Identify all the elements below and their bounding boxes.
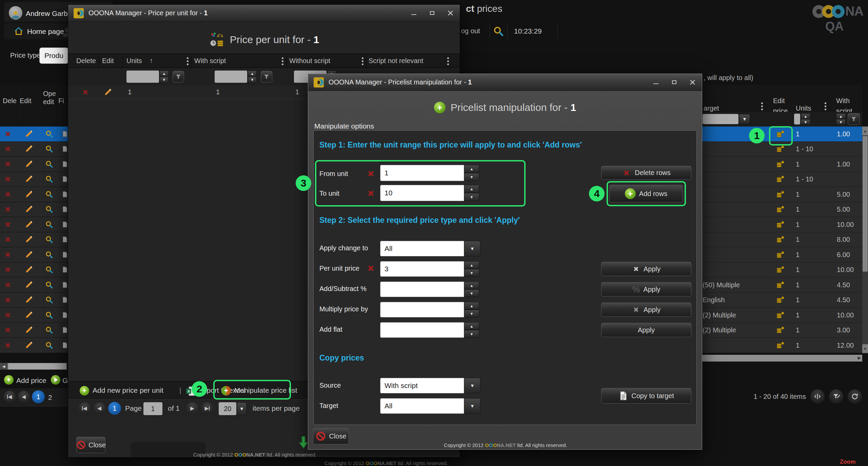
scroll-up-icon[interactable]: ▲ (862, 127, 868, 135)
edit-row-icon[interactable] (24, 265, 33, 274)
table-row[interactable]: 1 - 10 (698, 172, 862, 187)
table-row[interactable] (0, 247, 68, 263)
delete-row-icon[interactable] (81, 88, 90, 97)
units-filter-spinner[interactable]: ▲▼ (160, 71, 169, 83)
maximize-icon[interactable] (670, 78, 678, 86)
add-flat-spinner[interactable]: ▲▼ (464, 322, 479, 338)
edit-row-icon[interactable] (24, 311, 33, 319)
open-edit-icon[interactable] (45, 235, 54, 244)
delete-row-icon[interactable] (3, 235, 12, 244)
vertical-scrollbar[interactable]: ▲ ▼ (862, 127, 868, 353)
open-edit-icon[interactable] (45, 160, 54, 169)
minimize-icon[interactable] (652, 78, 660, 86)
file-icon[interactable] (61, 296, 68, 304)
close-button[interactable]: Close (76, 437, 105, 453)
per-unit-price-spinner[interactable]: ▲▼ (464, 261, 479, 277)
file-icon[interactable] (61, 251, 68, 259)
target-filter-dropdown-icon[interactable]: ▼ (739, 114, 750, 124)
column-menu-icon[interactable] (761, 102, 763, 104)
delete-row-icon[interactable] (3, 175, 12, 183)
column-header[interactable]: Fi (58, 97, 64, 105)
table-row[interactable]: (2) Multiple 1 10.00 (698, 308, 862, 323)
dialog-titlebar[interactable]: OOONA Manager - Pricelist manipulation f… (308, 74, 702, 91)
file-icon[interactable] (61, 130, 68, 138)
edit-price-icon[interactable] (776, 280, 785, 290)
column-header-script-not-relevant[interactable]: Script not relevant (369, 57, 423, 65)
first-page-button[interactable]: ◀ (78, 402, 91, 414)
horizontal-scrollbar[interactable]: ◀ (0, 363, 67, 370)
delete-row-icon[interactable] (3, 295, 12, 304)
file-icon[interactable] (61, 235, 68, 244)
open-edit-icon[interactable] (45, 265, 54, 274)
copy-to-target-button[interactable]: Copy to target (601, 388, 691, 404)
column-header[interactable]: Ope edit (43, 90, 57, 106)
refresh-button[interactable] (848, 389, 862, 404)
column-menu-icon[interactable] (282, 57, 283, 59)
table-row[interactable]: 1 5.00 (698, 187, 862, 202)
page-2-link[interactable]: 2 (48, 393, 52, 402)
column-header-edit[interactable]: Edit (102, 57, 114, 65)
table-row[interactable] (0, 338, 68, 353)
horizontal-scrollbar[interactable]: ▶ (699, 355, 862, 362)
open-edit-icon[interactable] (45, 205, 54, 214)
delete-row-icon[interactable] (3, 311, 12, 319)
scroll-left-icon[interactable]: ◀ (0, 363, 7, 370)
edit-price-icon[interactable] (776, 159, 785, 169)
open-edit-icon[interactable] (45, 311, 54, 319)
column-header[interactable]: Edit (20, 97, 31, 105)
column-menu-icon[interactable] (187, 57, 189, 59)
edit-row-icon[interactable] (24, 280, 33, 289)
column-menu-icon[interactable] (362, 57, 363, 59)
dropdown-icon[interactable]: ▼ (464, 378, 480, 393)
open-edit-icon[interactable] (45, 144, 54, 153)
delete-row-icon[interactable] (3, 250, 12, 259)
with-script-filter-icon[interactable] (848, 113, 860, 125)
search-icon[interactable] (492, 25, 505, 37)
multiply-price-spinner[interactable]: ▲▼ (464, 302, 479, 317)
page-size-value[interactable]: 20 (219, 402, 236, 415)
table-row[interactable]: 1 1.00 (698, 157, 862, 172)
column-header-without-script[interactable]: Without script (289, 57, 330, 65)
edit-row-icon[interactable] (24, 220, 33, 229)
dropdown-icon[interactable]: ▼ (464, 398, 480, 414)
column-header-units[interactable]: Units (126, 57, 142, 65)
sidebar-item-home[interactable]: Home page (27, 27, 64, 36)
delete-rows-button[interactable]: Delete rows (601, 166, 691, 180)
open-edit-icon[interactable] (45, 190, 54, 199)
apply-multiply-button[interactable]: Apply (601, 303, 691, 317)
open-edit-icon[interactable] (45, 250, 54, 259)
maximize-icon[interactable] (428, 9, 436, 17)
delete-row-icon[interactable] (3, 130, 12, 138)
edit-price-icon[interactable] (776, 295, 785, 305)
units-filter-input[interactable] (126, 71, 159, 83)
open-edit-icon[interactable] (45, 280, 54, 289)
delete-row-icon[interactable] (3, 190, 12, 199)
table-row[interactable] (0, 202, 68, 217)
target-select[interactable]: All (380, 398, 464, 414)
first-page-button[interactable]: ◀ (3, 391, 16, 403)
edit-price-icon[interactable] (776, 341, 785, 350)
zoom-level-label[interactable]: Zoom 150% (840, 459, 868, 466)
file-icon[interactable] (61, 266, 68, 274)
current-page-badge[interactable]: 1 (32, 390, 45, 403)
file-icon[interactable] (61, 311, 68, 319)
delete-row-icon[interactable] (3, 326, 12, 334)
fit-columns-button[interactable] (810, 389, 825, 404)
file-icon[interactable] (61, 160, 68, 168)
edit-price-icon[interactable] (776, 174, 785, 184)
add-subtract-input[interactable] (380, 281, 464, 297)
current-page-badge[interactable]: 1 (108, 402, 121, 415)
minimize-icon[interactable] (410, 9, 418, 17)
edit-price-icon[interactable] (776, 205, 785, 214)
table-row[interactable] (0, 293, 68, 308)
open-edit-icon[interactable] (45, 220, 54, 229)
with-script-filter-spinner[interactable]: ▲▼ (248, 71, 257, 83)
logout-button-cut[interactable]: og out (461, 27, 480, 35)
next-page-button[interactable]: ▶ (186, 402, 198, 414)
scroll-down-icon[interactable]: ▼ (862, 344, 868, 353)
file-icon[interactable] (61, 175, 68, 183)
delete-row-icon[interactable] (3, 160, 12, 169)
table-row[interactable]: 1 12.00 (698, 338, 862, 353)
delete-row-icon[interactable] (3, 144, 12, 153)
table-row[interactable]: 1 6.00 (698, 247, 862, 263)
